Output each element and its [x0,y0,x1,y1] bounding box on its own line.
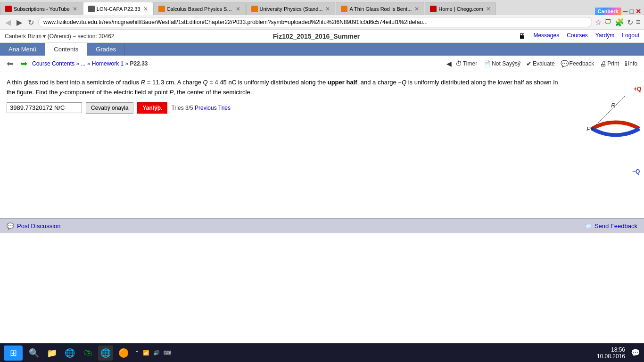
print-label: Print [607,60,619,67]
browser-chrome: Subscriptions - YouTube ✕ LON-CAPA P22.3… [0,0,644,30]
breadcrumb-homework[interactable]: Homework 1 [92,60,124,67]
university-favicon [251,6,258,12]
tries-count: Tries 3/5 [171,105,193,111]
prev-problem-btn[interactable]: ⬅ [5,58,16,69]
info-icon: ℹ [625,60,627,67]
tab-youtube-close[interactable]: ✕ [73,6,77,12]
check-answer-button[interactable]: Cevabý onayla [86,102,133,114]
back-btn[interactable]: ◀ [4,18,12,27]
star-icon[interactable]: ☆ [595,18,602,27]
tries-text: Tries 3/5 Previous Tries [171,105,231,111]
feedback-label: Feedback [570,60,594,67]
courses-link[interactable]: Courses [567,32,588,41]
refresh-btn[interactable]: ↻ [26,18,35,27]
upper-arc [592,123,639,129]
feedback-icon: 💬 [561,60,569,67]
post-discussion-label[interactable]: Post Discussion [17,222,60,230]
info-item[interactable]: ℹ Info [623,59,639,68]
post-discussion[interactable]: 💬 Post Discussion [7,222,60,230]
toolbar: ◀ ⏱ Timer 📄 Not Sayýsý ✔ Evaluate 💬 Feed… [446,59,639,68]
tab-glassrod-close[interactable]: ✕ [414,6,419,12]
minus-q-label: −Q [632,168,640,175]
header-links: 🖥 Messages Courses Yardým Logout [518,32,639,41]
extensions-icon[interactable]: 🧩 [615,18,624,27]
nav-tabs: Ana Menü Contents Grades [0,43,644,56]
tab-extra: Canberk ─ □ ✕ [496,8,644,15]
print-icon: 🖨 [600,60,606,67]
evaluate-item[interactable]: ✔ Evaluate [524,59,557,68]
tab-loncapa-title: LON-CAPA P22.33 [97,6,140,12]
youtube-favicon [5,6,12,12]
tab-university-close[interactable]: ✕ [325,6,330,12]
tab-glassrod[interactable]: A Thin Glass Rod Is Bent... ✕ [336,2,424,15]
feedback-item[interactable]: 💬 Feedback [559,59,596,68]
role-dropdown[interactable]: ▾ (Öðrenci) − section: 30462 [43,33,114,40]
problem-area: A thin glass rod is bent into a semicirc… [0,72,644,214]
breadcrumb-bar: ⬅ ➡ Course Contents » ... » Homework 1 »… [0,56,644,72]
tab-loncapa[interactable]: LON-CAPA P22.33 ✕ [83,2,153,15]
note-icon: 📄 [483,60,491,67]
address-bar: ◀ ▶ ↻ ☆ 🛡 🧩 ↻ ≡ [0,15,644,30]
tab-grades[interactable]: Grades [87,43,125,56]
menu-icon[interactable]: ≡ [636,18,640,26]
messages-link[interactable]: Messages [533,32,559,41]
course-title: Fiz102_2015_2016_Summer [273,33,360,40]
loncapa-favicon [88,6,95,12]
lower-arc [592,129,639,135]
wrong-button: Yanlýþ. [137,102,167,114]
user-info: Canberk Bizim ▾ (Öðrenci) − section: 304… [5,33,114,40]
chegg-favicon [430,6,437,12]
send-feedback-label[interactable]: Send Feedback [594,222,637,230]
toolbar-prev-arrow[interactable]: ◀ [446,60,452,67]
tab-calculus-close[interactable]: ✕ [236,6,240,12]
notsayisy-item[interactable]: 📄 Not Sayýsý [481,59,522,68]
shield-icon: 🛡 [604,18,612,26]
plus-q-label: +Q [634,86,641,92]
point-p [591,127,594,130]
refresh2-icon[interactable]: ↻ [627,18,633,27]
tab-chegg[interactable]: Home | Chegg.com ✕ [425,2,496,15]
timer-item[interactable]: ⏱ Timer [454,59,479,68]
tab-contents[interactable]: Contents [45,43,87,56]
tab-loncapa-close[interactable]: ✕ [143,6,148,12]
tab-ana-menu[interactable]: Ana Menü [0,43,45,56]
send-feedback-icon: 📨 [584,222,592,230]
breadcrumb-current: P22.33 [130,60,148,67]
answer-input[interactable] [7,102,82,113]
bottom-bar: 💬 Post Discussion 📨 Send Feedback [0,218,644,233]
answer-row: Cevabý onayla Yanlýþ. Tries 3/5 Previous… [7,102,637,114]
problem-text: A thin glass rod is bent into a semicirc… [7,78,563,98]
next-problem-btn[interactable]: ➡ [18,58,29,69]
timer-label: Timer [463,60,477,67]
info-label: Info [628,60,637,67]
timer-icon: ⏱ [455,60,462,67]
tab-chegg-title: Home | Chegg.com [438,6,483,12]
P-label: P [586,125,591,132]
calculus-favicon [158,6,165,12]
tab-youtube[interactable]: Subscriptions - YouTube ✕ [0,2,83,15]
minimize-btn[interactable]: ─ [623,8,628,15]
breadcrumb-course-contents[interactable]: Course Contents [32,60,74,67]
breadcrumb: Course Contents » ... » Homework 1 » P22… [32,60,444,67]
help-link[interactable]: Yardým [595,32,614,41]
close-window-btn[interactable]: ✕ [636,8,641,15]
breadcrumb-ellipsis[interactable]: ... [81,60,85,67]
print-item[interactable]: 🖨 Print [598,59,621,68]
discussion-icon: 💬 [7,222,14,230]
tab-chegg-close[interactable]: ✕ [486,6,491,12]
evaluate-icon: ✔ [526,60,532,67]
user-name: Canberk Bizim [5,33,41,40]
forward-btn[interactable]: ▶ [15,18,24,27]
tab-university[interactable]: University Physics (Stand... ✕ [246,2,336,15]
previous-tries-link[interactable]: Previous Tries [195,105,231,111]
maximize-btn[interactable]: □ [630,8,634,15]
tab-calculus[interactable]: Calculus Based Physics Sc... ✕ [153,2,246,15]
glassrod-favicon [341,6,347,12]
url-input[interactable] [38,17,592,27]
screen-icon[interactable]: 🖥 [518,32,526,41]
logout-link[interactable]: Logout [622,32,639,41]
diagram-container: R P +Q −Q [583,67,644,190]
tab-calculus-title: Calculus Based Physics Sc... [167,6,233,12]
evaluate-label: Evaluate [533,60,555,67]
send-feedback[interactable]: 📨 Send Feedback [584,222,637,230]
